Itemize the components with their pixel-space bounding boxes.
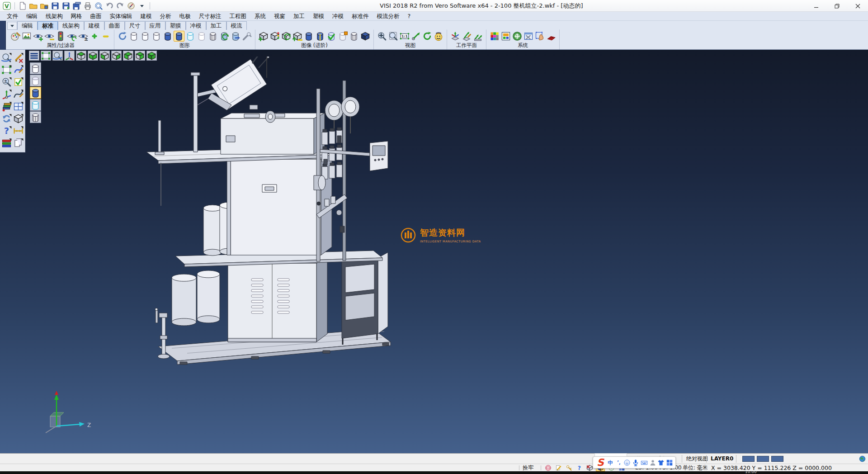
show-add-icon[interactable] [33, 31, 43, 42]
help-info-icon[interactable]: ? [1, 126, 12, 136]
ghost-mode-icon[interactable] [185, 31, 196, 42]
filter-traffic-icon[interactable] [55, 31, 66, 42]
menu-网格[interactable]: 网格 [67, 12, 86, 21]
close-button[interactable] [847, 0, 868, 12]
ime-keyboard-icon[interactable] [640, 458, 648, 468]
no-entry-icon[interactable] [544, 464, 552, 471]
workplane-edit-icon[interactable] [461, 31, 472, 42]
fly-zoom-icon[interactable] [52, 51, 63, 61]
menu-线架构[interactable]: 线架构 [42, 12, 67, 21]
save-icon[interactable] [50, 1, 60, 11]
menu-工程图[interactable]: 工程图 [226, 12, 251, 21]
menu-标准件[interactable]: 标准件 [348, 12, 373, 21]
view-cube-right-icon[interactable] [111, 51, 122, 61]
context-help-icon[interactable]: ? [575, 464, 583, 471]
advanced-toggle-icon[interactable] [292, 31, 303, 42]
grid-settings-icon[interactable] [546, 31, 557, 42]
ime-person-icon[interactable] [649, 458, 657, 468]
advanced-refresh-icon[interactable] [281, 31, 292, 42]
solid-shade-icon[interactable] [303, 31, 314, 42]
tab-标准[interactable]: 标准 [38, 21, 58, 30]
online-globe-icon[interactable] [858, 455, 866, 462]
convert-solid-icon[interactable] [230, 31, 241, 42]
show-remove-icon[interactable] [44, 31, 55, 42]
view-cube-bottom-icon[interactable] [88, 51, 98, 61]
delete-entity-icon[interactable] [13, 52, 24, 63]
multi-view-icon[interactable] [13, 101, 24, 112]
open-file-icon[interactable] [28, 1, 38, 11]
view-cube-iso-icon[interactable] [135, 51, 145, 61]
selection-settings-icon[interactable] [534, 31, 545, 42]
system-config-icon[interactable] [512, 31, 523, 42]
ime-mic-icon[interactable] [632, 458, 640, 468]
zoom-extent-icon[interactable] [410, 31, 421, 42]
online-status[interactable] [858, 454, 866, 464]
tab-模流[interactable]: 模流 [226, 21, 247, 30]
solid-validate-icon[interactable] [326, 31, 337, 42]
view-cube-top-icon[interactable] [76, 51, 86, 61]
confirm-selection-icon[interactable] [13, 77, 24, 87]
menu-视窗[interactable]: 视窗 [270, 12, 289, 21]
render-attributes-icon[interactable] [1, 101, 12, 112]
attributes-palette-icon[interactable] [10, 31, 21, 42]
view-menu-icon[interactable] [29, 51, 39, 61]
regen-graphics-icon[interactable] [117, 31, 128, 42]
workplane-icon[interactable] [450, 31, 461, 42]
menu-加工[interactable]: 加工 [289, 12, 309, 21]
menu-塑模[interactable]: 塑模 [309, 12, 328, 21]
add-filter-icon[interactable] [89, 31, 100, 42]
ime-skin-icon[interactable] [657, 458, 665, 468]
render-shaded-icon[interactable] [30, 87, 41, 99]
advanced-filter-icon[interactable] [269, 31, 280, 42]
view-cube-front-icon[interactable] [99, 51, 110, 61]
axonometric-icon[interactable] [64, 51, 75, 61]
solid-tag-icon[interactable] [337, 31, 348, 42]
render-hidden-line-icon[interactable] [30, 62, 41, 74]
viewport-3d[interactable]: ±? [0, 50, 868, 453]
print-icon[interactable] [83, 1, 93, 11]
display-settings-icon[interactable] [500, 31, 511, 42]
save-as-icon[interactable] [61, 1, 71, 11]
palette-grip[interactable] [2, 50, 23, 51]
hatch-mode-icon[interactable] [208, 31, 218, 42]
print-preview-icon[interactable] [94, 1, 104, 11]
advanced-add-icon[interactable] [258, 31, 269, 42]
shaded-mode-icon[interactable] [162, 31, 173, 42]
menu-实体编辑[interactable]: 实体编辑 [106, 12, 137, 21]
view-cube-left-icon[interactable] [123, 51, 133, 61]
layer-color-swatch[interactable] [771, 456, 783, 462]
solid-view-icon[interactable] [360, 31, 371, 42]
color-settings-icon[interactable] [489, 31, 500, 42]
menu-建模[interactable]: 建模 [137, 12, 156, 21]
annotate-icon[interactable] [554, 464, 562, 471]
sogou-logo-icon[interactable]: S [595, 457, 606, 468]
graphic-tools-icon[interactable] [241, 31, 252, 42]
render-wireframe-icon[interactable] [30, 75, 41, 86]
regen-solid-icon[interactable] [219, 31, 230, 42]
machine-model[interactable] [145, 57, 398, 369]
menu-系统[interactable]: 系统 [250, 12, 270, 21]
fit-view-icon[interactable] [41, 51, 51, 61]
dashed-hidden-mode-icon[interactable] [151, 31, 162, 42]
tab-尺寸[interactable]: 尺寸 [125, 21, 145, 30]
zoom-scale-icon[interactable]: ± [1, 77, 12, 87]
render-hatch-icon[interactable] [30, 111, 41, 123]
visibility-toggle-icon[interactable]: ± [78, 31, 89, 42]
zoom-1to1-icon[interactable]: 1:1 [399, 31, 410, 42]
ime-emoji-icon[interactable] [623, 458, 632, 468]
tab-冲模[interactable]: 冲模 [186, 21, 206, 30]
layer-color-swatch[interactable] [757, 456, 769, 462]
menu-文件[interactable]: 文件 [3, 12, 22, 21]
menu-电极[interactable]: 电极 [175, 12, 195, 21]
open-part-icon[interactable] [39, 1, 49, 11]
menu-编辑[interactable]: 编辑 [22, 12, 42, 21]
image-attributes-icon[interactable] [21, 31, 32, 42]
tab-塑膜[interactable]: 塑膜 [165, 21, 186, 30]
menu-曲面[interactable]: 曲面 [86, 12, 106, 21]
zoom-window-icon[interactable] [1, 65, 12, 75]
lasso-select-icon[interactable] [13, 65, 24, 75]
menu-模流分析[interactable]: 模流分析 [373, 12, 404, 21]
restore-button[interactable] [826, 0, 847, 12]
lock-toggle[interactable]: 拴牢 [523, 464, 533, 471]
workplane-align-icon[interactable] [472, 31, 483, 42]
